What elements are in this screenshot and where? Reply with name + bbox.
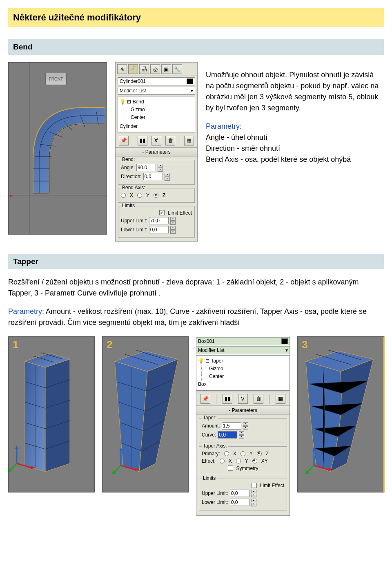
axis-y [29,63,29,234]
show-result-icon-2[interactable]: ▮▮ [223,394,232,404]
limit-effect-checkbox-2[interactable] [252,483,257,488]
tree-item-center-2[interactable]: Center [201,373,288,381]
limit-effect-label: Limit Effect [168,210,192,216]
svg-line-56 [308,466,314,472]
box-shape-3 [298,337,383,492]
tapper-row: 1 [8,336,384,516]
group-bend-axis-legend: Bend Axis: [121,185,147,190]
param-axis: Bend Axis - osa, podél které se objekt o… [206,155,351,163]
object-name-text-2: Box001 [198,338,215,344]
curve-spinner[interactable]: ▴▾ [239,431,244,439]
panel-tabs: ✳ ☄ 品 ◎ ▣ 🔧 [116,63,197,76]
bend-params: Parametry: Angle - úhel ohnutí Direction… [206,121,384,165]
remove-icon-2[interactable]: 🗑 [254,394,263,404]
tapper-description: Rozšíření / zúžení objektu s možností pr… [8,277,384,328]
modifier-list-dropdown[interactable]: Modifier List ▾ [118,87,195,95]
rollout-parameters[interactable]: - Parameters [116,148,197,157]
show-result-icon[interactable]: ▮▮ [138,136,147,145]
box-shape-1 [9,337,94,492]
lower-limit-label: Lower Limit: [121,227,147,233]
unique-icon[interactable]: ∀ [151,136,161,145]
upper-limit-spinner-2[interactable]: ▴▾ [251,490,256,497]
box-shape-2 [102,337,188,492]
effect-y[interactable] [236,459,241,463]
display-tab-icon[interactable]: ▣ [161,64,171,74]
unique-icon-2[interactable]: ∀ [238,394,248,404]
group-limits: Limits ✔ Limit Effect Upper Limit: 70,0 … [118,206,195,238]
bend-description: Umožňuje ohnout objekt. Plynulost ohnutí… [206,62,384,172]
modifier-stack[interactable]: 💡 ⊟ Bend Gizmo Center Cylinder [118,96,195,132]
primary-label: Primary: [202,451,220,457]
lower-limit-spinner-2[interactable]: ▴▾ [251,499,256,506]
chevron-down-icon-2: ▾ [285,347,288,353]
lower-limit-input[interactable]: 0,0 [149,226,169,233]
remove-icon[interactable]: 🗑 [165,136,175,145]
axis-x-label: x [10,193,12,198]
upper-limit-input[interactable]: 70,0 [149,217,169,224]
modify-tab-icon[interactable]: ☄ [128,64,138,74]
svg-marker-11 [45,359,70,472]
radio-x[interactable] [121,193,126,198]
effect-xy[interactable] [252,459,257,463]
tree-item-gizmo-2[interactable]: Gizmo [201,365,288,373]
svg-line-47 [115,466,121,472]
radio-z[interactable] [154,193,158,198]
page-title: Některé užitečné modifikátory [8,8,384,27]
symmetry-checkbox[interactable] [228,466,233,471]
primary-x[interactable] [224,451,229,456]
lower-limit-spinner[interactable]: ▴▾ [170,226,176,234]
color-swatch-2[interactable] [281,338,288,344]
color-swatch[interactable] [187,78,193,84]
modifier-stack-2[interactable]: 💡 ⊟ Taper Gizmo Center Box [196,355,290,391]
group-taper-axis-legend: Taper Axis: [202,443,228,449]
configure-icon-2[interactable]: ▦ [276,394,285,404]
amount-label: Amount: [202,423,220,429]
direction-input[interactable]: 0,0 [143,173,163,180]
bend-intro: Umožňuje ohnout objekt. Plynulost ohnutí… [206,69,384,114]
front-label[interactable]: FRONT [45,73,67,85]
angle-spinner[interactable]: ▴▾ [158,164,163,172]
utilities-tab-icon[interactable]: 🔧 [172,64,182,74]
tree-item-bend[interactable]: 💡 ⊟ Bend [120,98,193,106]
create-tab-icon[interactable]: ✳ [117,64,127,74]
object-name-field-2[interactable]: Box001 [196,337,290,345]
bend-shape [31,101,105,197]
amount-input[interactable]: 1,5 [222,422,241,430]
tree-item-center[interactable]: Center [123,114,193,121]
group-taper-axis: Taper Axis: Primary: X Y Z Effect: X Y X… [199,446,287,475]
overlay-3: 3 [302,338,307,351]
hierarchy-tab-icon[interactable]: 品 [139,64,149,74]
primary-y[interactable] [241,451,245,456]
amount-spinner[interactable]: ▴▾ [243,422,248,430]
effect-x[interactable] [220,459,225,463]
tree-item-taper[interactable]: 💡 ⊟ Taper [198,357,288,365]
upper-limit-input-2[interactable]: 0,0 [230,490,249,497]
svg-marker-24 [15,445,18,449]
curve-label: Curve: [202,432,216,438]
limit-effect-label-2: Limit Effect [260,483,284,488]
section-bend-title: Bend [8,39,384,55]
group-limits-legend: Limits [121,203,136,208]
param-angle: Angle - úhel ohnutí [206,133,267,141]
angle-input[interactable]: 90,0 [136,164,156,171]
object-name-field[interactable]: Cylinder001 [118,77,195,85]
curve-input[interactable]: 0,0 [218,431,237,439]
limit-effect-checkbox[interactable]: ✔ [159,210,165,215]
pin-icon-2[interactable]: 📌 [200,394,210,404]
taper-panel: Box001 Modifier List ▾ 💡 ⊟ Taper Gizmo C… [196,336,290,516]
pin-icon[interactable]: 📌 [119,136,129,145]
tree-item-base[interactable]: Cylinder [120,123,193,130]
motion-tab-icon[interactable]: ◎ [150,64,160,74]
direction-spinner[interactable]: ▴▾ [165,173,170,181]
configure-icon[interactable]: ▦ [184,136,194,145]
upper-limit-spinner[interactable]: ▴▾ [170,217,176,225]
modifier-list-dropdown-2[interactable]: Modifier List ▾ [196,346,290,354]
tree-item-gizmo[interactable]: Gizmo [123,106,193,114]
primary-z[interactable] [257,451,262,456]
svg-line-27 [11,463,17,470]
radio-y[interactable] [137,193,142,198]
lower-limit-input-2[interactable]: 0,0 [230,499,249,506]
tree-item-base-2[interactable]: Box [198,381,288,388]
rollout-parameters-2[interactable]: - Parameters [196,406,290,415]
overlay-1: 1 [13,338,18,351]
